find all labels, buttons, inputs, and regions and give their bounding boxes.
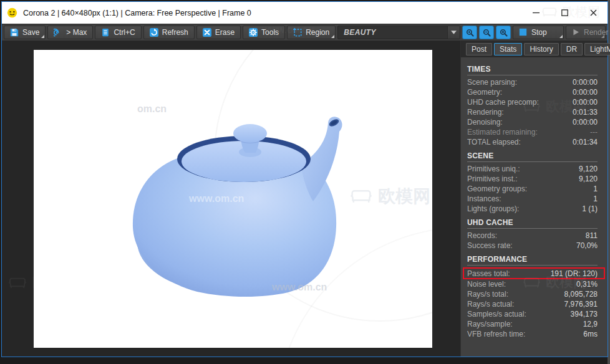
stat-label: Rays/sample: bbox=[467, 320, 513, 328]
stat-label: Noise level: bbox=[467, 280, 506, 289]
stat-row: Rendering:0:01:33 bbox=[467, 107, 598, 117]
stat-label: Denoising: bbox=[467, 118, 503, 127]
close-icon bbox=[590, 7, 597, 19]
stat-value: 191 (DR: 120) bbox=[551, 269, 598, 278]
render-viewport[interactable] bbox=[2, 41, 460, 357]
stat-label: Success rate: bbox=[467, 241, 513, 250]
close-button[interactable] bbox=[579, 2, 608, 24]
stat-row: Denoising:0:00:00 bbox=[467, 117, 598, 127]
toolbar-button-tools[interactable]: Tools bbox=[243, 26, 285, 39]
stop-button-label: Stop bbox=[531, 28, 547, 37]
dropdown-corner bbox=[601, 35, 604, 38]
stat-row: Success rate:70,0% bbox=[467, 241, 598, 251]
stop-button[interactable]: Stop bbox=[513, 26, 564, 39]
tools-button-label: Tools bbox=[261, 28, 279, 37]
stat-row: Lights (groups):1 (1) bbox=[467, 204, 598, 214]
refresh-icon bbox=[150, 28, 158, 37]
maximize-icon bbox=[561, 7, 568, 19]
stat-label: Scene parsing: bbox=[467, 78, 517, 87]
panel-tabs: PostStatsHistoryDRLightMix bbox=[461, 41, 608, 57]
main-content: PostStatsHistoryDRLightMix TIMESScene pa… bbox=[2, 41, 608, 357]
gear-icon bbox=[249, 28, 258, 37]
stat-label: Rays/s actual: bbox=[467, 300, 514, 309]
section-divider bbox=[467, 265, 598, 266]
render-button[interactable]: Render bbox=[566, 26, 606, 39]
corona-smiley-icon bbox=[7, 7, 17, 18]
dropdown-corner bbox=[331, 35, 334, 38]
stat-value: 1 (1) bbox=[582, 204, 598, 213]
stat-label: Geometry groups: bbox=[467, 184, 527, 193]
stat-row: Primitives inst.:9,120 bbox=[467, 174, 598, 184]
maximize-button[interactable] bbox=[550, 2, 579, 24]
stat-value: 811 bbox=[586, 231, 598, 240]
toolbar-button-erase[interactable]: Erase bbox=[196, 26, 241, 39]
zoom-button-group bbox=[462, 26, 511, 39]
toolbar-button-max[interactable]: > Max bbox=[47, 26, 93, 39]
stat-row: Geometry groups:1 bbox=[467, 184, 598, 194]
toolbar-button-refresh[interactable]: Refresh bbox=[143, 26, 195, 39]
copy-button-label: Ctrl+C bbox=[114, 28, 135, 37]
zoom-in-button[interactable] bbox=[462, 26, 477, 39]
region-button-label: Region bbox=[306, 28, 329, 37]
window-title: Corona 2 | 640×480px (1:1) | Camera: Fre… bbox=[23, 9, 251, 17]
section-title: UHD CACHE bbox=[467, 214, 598, 227]
dropdown-corner bbox=[41, 35, 44, 38]
minimize-button[interactable] bbox=[521, 2, 550, 24]
stat-value: 7,976,391 bbox=[564, 300, 598, 309]
stat-label: Records: bbox=[467, 231, 497, 240]
zoom-out-icon bbox=[482, 28, 491, 37]
stat-row: UHD cache precomp:0:00:00 bbox=[467, 97, 598, 107]
refresh-button-label: Refresh bbox=[162, 28, 188, 37]
max-button-label: > Max bbox=[66, 28, 87, 37]
stat-label: Geometry: bbox=[467, 88, 502, 97]
stat-label: Rendering: bbox=[467, 108, 504, 117]
section-divider bbox=[467, 228, 598, 229]
stat-value: 0:00:00 bbox=[573, 98, 598, 107]
zoom-out-button[interactable] bbox=[479, 26, 494, 39]
tab-dr[interactable]: DR bbox=[561, 43, 583, 55]
stat-row: TOTAL elapsed:0:01:34 bbox=[467, 137, 598, 147]
save-button-label: Save bbox=[22, 28, 39, 37]
toolbar-button-save[interactable]: Save bbox=[4, 26, 46, 39]
window-controls bbox=[521, 2, 608, 24]
save-icon bbox=[10, 28, 19, 37]
stat-label: Lights (groups): bbox=[467, 204, 519, 213]
corona-vfb-window: Corona 2 | 640×480px (1:1) | Camera: Fre… bbox=[1, 1, 608, 357]
stat-value: 1 bbox=[593, 184, 598, 193]
play-icon bbox=[572, 28, 580, 37]
stat-row: VFB refresh time:6ms bbox=[467, 329, 598, 339]
stat-label: TOTAL elapsed: bbox=[467, 138, 521, 146]
corona-spiral-icon bbox=[54, 28, 62, 37]
zoom-reset-button[interactable] bbox=[496, 26, 511, 39]
stat-row: Noise level:0,31% bbox=[467, 279, 598, 289]
stat-label: Primitives uniq.: bbox=[467, 165, 520, 173]
toolbar-button-copy[interactable]: Ctrl+C bbox=[95, 26, 141, 39]
tab-lightmix[interactable]: LightMix bbox=[584, 43, 610, 55]
tab-stats[interactable]: Stats bbox=[494, 43, 522, 55]
stat-value: 70,0% bbox=[576, 241, 598, 250]
stats-panel: TIMESScene parsing:0:00:00Geometry:0:00:… bbox=[461, 57, 608, 357]
stat-label: Rays/s total: bbox=[467, 290, 508, 299]
stat-value: 0,31% bbox=[576, 280, 598, 289]
chevron-down-icon[interactable] bbox=[447, 26, 460, 39]
render-element-select[interactable]: BEAUTY bbox=[337, 26, 460, 39]
stat-row: Geometry:0:00:00 bbox=[467, 87, 598, 97]
tab-post[interactable]: Post bbox=[466, 43, 492, 55]
stat-label: Instances: bbox=[467, 194, 501, 203]
copy-icon bbox=[101, 28, 110, 37]
stop-icon bbox=[519, 28, 528, 37]
section-divider bbox=[467, 75, 598, 75]
section-divider bbox=[467, 161, 598, 162]
render-button-label: Render bbox=[584, 28, 608, 37]
toolbar-button-region[interactable]: Region bbox=[287, 26, 336, 39]
zoom-reset-icon bbox=[499, 28, 508, 37]
titlebar: Corona 2 | 640×480px (1:1) | Camera: Fre… bbox=[2, 2, 608, 24]
section-title: TIMES bbox=[467, 60, 598, 74]
stat-row: Records:811 bbox=[467, 231, 598, 241]
render-element-value: BEAUTY bbox=[338, 28, 447, 37]
tab-history[interactable]: History bbox=[524, 43, 558, 55]
rendered-image bbox=[34, 50, 432, 348]
stat-row: Estimated remaining:--- bbox=[467, 127, 598, 137]
stat-label: Passes total: bbox=[467, 269, 510, 278]
stat-value: 9,120 bbox=[579, 175, 598, 183]
